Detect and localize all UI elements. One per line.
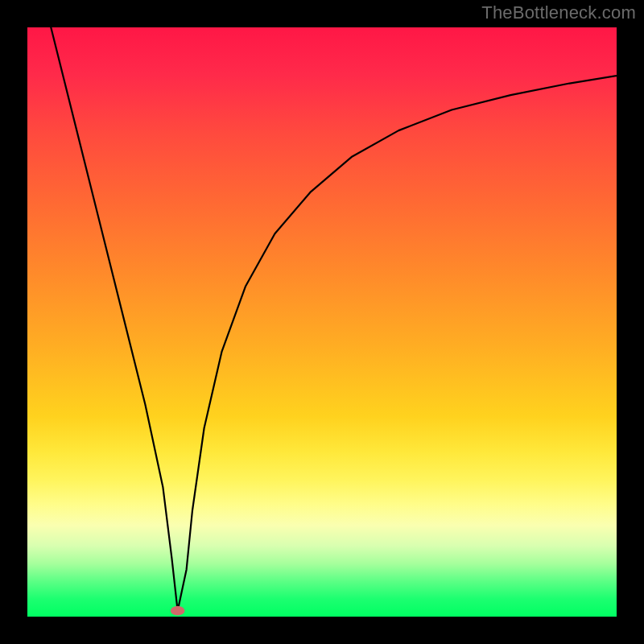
optimal-point	[171, 606, 185, 616]
bottleneck-curve	[51, 27, 617, 611]
chart-container: TheBottleneck.com	[0, 0, 644, 644]
watermark-text: TheBottleneck.com	[481, 2, 636, 23]
plot-area	[27, 27, 617, 617]
curve-svg	[27, 27, 617, 617]
